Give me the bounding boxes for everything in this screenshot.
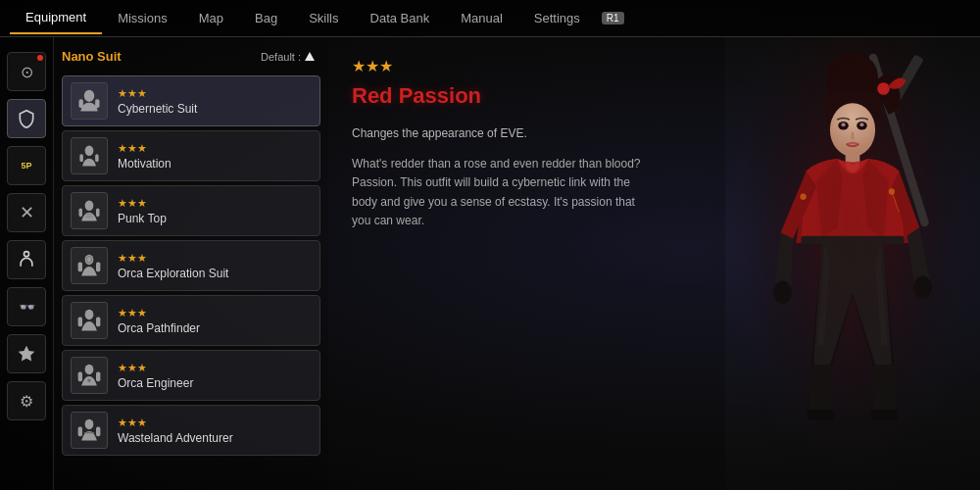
equip-stars-orca-path: ★★★	[118, 307, 312, 319]
svg-rect-7	[95, 154, 99, 162]
detail-stars: ★★★	[352, 57, 702, 75]
orca-eng-icon	[75, 362, 103, 389]
orca-path-icon	[75, 307, 103, 334]
sidebar-item-skills[interactable]: ✕	[7, 193, 46, 232]
sidebar-item-char[interactable]	[7, 240, 46, 279]
tab-settings[interactable]: Settings	[518, 3, 596, 33]
equip-item-cybernetic[interactable]: ★★★ Cybernetic Suit	[62, 75, 320, 126]
equip-name-punk: Punk Top	[118, 212, 312, 225]
svg-rect-19	[96, 318, 100, 327]
orca-exp-icon	[75, 252, 103, 279]
detail-panel: ★★★ Red Passion Changes the appearance o…	[328, 37, 725, 490]
equip-name-cybernetic: Cybernetic Suit	[118, 102, 312, 116]
svg-point-5	[85, 146, 94, 157]
default-label: Default :	[261, 51, 301, 63]
star-icon	[17, 344, 36, 364]
sidebar-item-equipment[interactable]	[7, 99, 46, 138]
equip-stars-motivation: ★★★	[118, 142, 312, 155]
equip-stars-cybernetic: ★★★	[118, 87, 312, 100]
category-title: Nano Suit	[62, 49, 122, 64]
equip-stars-orca-eng: ★★★	[118, 362, 312, 374]
main-content: ⊙ 5P ✕ 👓 ⚙	[0, 37, 980, 490]
equip-name-orca-path: Orca Pathfinder	[118, 321, 312, 335]
equip-item-orca-eng[interactable]: ★★★ Orca Engineer	[62, 350, 320, 401]
equip-info-wasteland: ★★★ Wasteland Adventurer	[118, 416, 312, 445]
equip-info-motivation: ★★★ Motivation	[118, 142, 312, 171]
settings-icon: ⚙	[20, 392, 33, 411]
equip-icon-punk	[71, 192, 108, 229]
equip-item-punk[interactable]: ★★★ Punk Top	[62, 185, 320, 236]
tab-equipment[interactable]: Equipment	[10, 2, 102, 34]
svg-point-20	[85, 365, 94, 375]
person-icon	[17, 250, 36, 270]
triangle-icon	[305, 52, 315, 61]
equip-icon-orca-path	[71, 302, 108, 339]
svg-marker-1	[19, 346, 35, 362]
default-button[interactable]: Default :	[261, 51, 315, 63]
svg-rect-3	[79, 99, 83, 108]
equip-icon-orca-eng	[71, 357, 108, 394]
svg-rect-18	[78, 318, 82, 327]
equip-icon-cybernetic	[71, 82, 108, 120]
tab-bag[interactable]: Bag	[239, 3, 293, 33]
tab-manual[interactable]: Manual	[445, 3, 518, 33]
equip-icon-orca-exp	[71, 247, 108, 284]
top-navigation: Equipment Missions Map Bag Skills Data B…	[0, 0, 980, 37]
svg-rect-4	[95, 99, 99, 108]
punk-top-icon	[75, 197, 103, 224]
equip-item-motivation[interactable]: ★★★ Motivation	[62, 130, 320, 181]
equip-info-punk: ★★★ Punk Top	[118, 197, 312, 225]
svg-rect-15	[96, 263, 100, 272]
equip-name-motivation: Motivation	[118, 157, 312, 171]
svg-point-8	[85, 201, 94, 212]
tab-missions[interactable]: Missions	[102, 3, 183, 33]
svg-rect-14	[78, 263, 82, 272]
target-icon: ⊙	[21, 63, 33, 81]
svg-point-0	[24, 252, 29, 257]
tab-databank[interactable]: Data Bank	[355, 3, 446, 33]
sidebar-icons: ⊙ 5P ✕ 👓 ⚙	[0, 37, 54, 490]
sidebar-item-target[interactable]: ⊙	[7, 52, 46, 91]
detail-description-short: Changes the appearance of EVE.	[352, 124, 646, 143]
detail-flavor-text: What's redder than a rose and even redde…	[352, 155, 646, 230]
sidebar-item-star[interactable]	[7, 334, 46, 373]
equip-stars-wasteland: ★★★	[118, 416, 312, 429]
armor-icon	[17, 109, 36, 128]
equipment-list: Nano Suit Default : ★★★ Cybernetic Suit	[54, 37, 328, 490]
svg-point-24	[85, 419, 94, 430]
category-header: Nano Suit Default :	[62, 45, 320, 72]
svg-rect-9	[79, 208, 83, 217]
svg-point-2	[84, 90, 95, 102]
notification-dot	[37, 55, 43, 61]
cybernetic-suit-icon	[75, 87, 103, 115]
equip-name-orca-eng: Orca Engineer	[118, 376, 312, 390]
motivation-icon	[75, 142, 103, 170]
r1-badge: R1	[602, 12, 624, 24]
tab-skills[interactable]: Skills	[293, 3, 354, 33]
crosshair-icon: ✕	[20, 202, 34, 223]
equip-info-cybernetic: ★★★ Cybernetic Suit	[118, 87, 312, 116]
character-background	[725, 37, 980, 490]
svg-rect-25	[78, 427, 82, 437]
sidebar-item-gear[interactable]: ⚙	[7, 381, 46, 420]
equip-item-orca-path[interactable]: ★★★ Orca Pathfinder	[62, 295, 320, 346]
equip-icon-wasteland	[71, 412, 108, 449]
equip-info-orca-eng: ★★★ Orca Engineer	[118, 362, 312, 390]
sidebar-item-sp[interactable]: 5P	[7, 146, 46, 185]
svg-rect-10	[96, 208, 100, 217]
character-preview	[725, 37, 980, 490]
equip-stars-orca-exp: ★★★	[118, 252, 312, 265]
equip-item-orca-exp[interactable]: ★★★ Orca Exploration Suit	[62, 240, 320, 291]
sidebar-item-glasses[interactable]: 👓	[7, 287, 46, 326]
wasteland-icon	[75, 416, 103, 444]
equip-info-orca-exp: ★★★ Orca Exploration Suit	[118, 252, 312, 280]
equip-item-wasteland[interactable]: ★★★ Wasteland Adventurer	[62, 405, 320, 456]
svg-rect-21	[78, 372, 82, 382]
tab-map[interactable]: Map	[183, 3, 239, 33]
svg-rect-6	[79, 154, 83, 162]
equip-name-orca-exp: Orca Exploration Suit	[118, 267, 312, 280]
svg-point-17	[85, 310, 94, 320]
glasses-icon: 👓	[19, 299, 35, 315]
equip-stars-punk: ★★★	[118, 197, 312, 210]
equip-name-wasteland: Wasteland Adventurer	[118, 431, 312, 445]
